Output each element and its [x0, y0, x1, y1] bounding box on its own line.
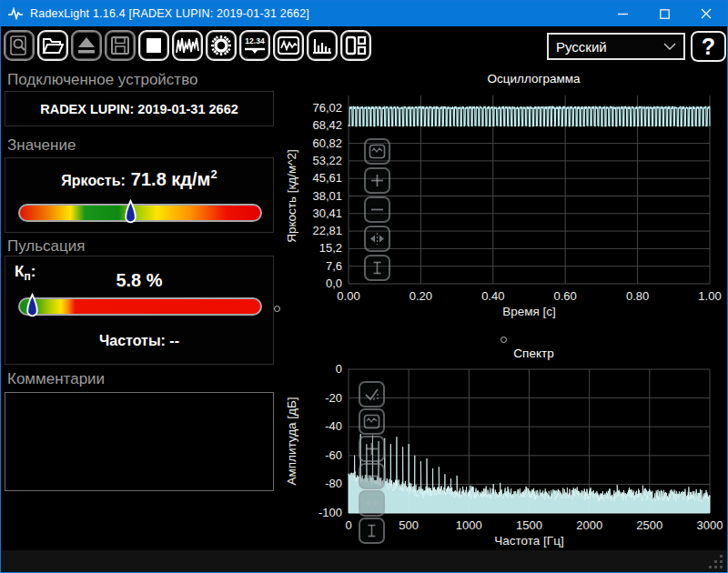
- osc-zoom-out-button[interactable]: [364, 196, 390, 223]
- app-logo-icon: [8, 7, 23, 20]
- osc-fit-horizontal-button[interactable]: [364, 226, 390, 252]
- svg-text:1000: 1000: [456, 518, 482, 532]
- luminance-value: 71.8: [131, 169, 167, 189]
- language-select[interactable]: Русский: [547, 33, 685, 60]
- spec-zoom-in-button[interactable]: [359, 436, 385, 462]
- svg-text:12.34: 12.34: [245, 36, 265, 45]
- settings-button[interactable]: [206, 30, 237, 61]
- svg-text:30,41: 30,41: [312, 206, 342, 220]
- device-section-header: Подключенное устройство: [7, 71, 197, 89]
- minimize-icon: [618, 9, 628, 19]
- svg-text:-80: -80: [325, 477, 342, 490]
- open-button[interactable]: [37, 30, 68, 61]
- svg-text:15,2: 15,2: [319, 241, 342, 255]
- open-folder-icon: [42, 35, 64, 55]
- maximize-button[interactable]: [643, 1, 685, 26]
- luminance-unit-exponent: 2: [210, 167, 217, 181]
- osc-fit-view-button[interactable]: [364, 138, 390, 165]
- zoom-out-icon: [369, 202, 385, 217]
- magnifier-document-icon: [9, 35, 29, 56]
- language-value: Русский: [556, 39, 607, 55]
- eject-button[interactable]: [71, 30, 102, 61]
- window-title: RadexLight 1.16.4 [RADEX LUPIN: 2019-01-…: [30, 7, 309, 20]
- close-icon: [701, 8, 712, 19]
- measure-button[interactable]: [172, 30, 203, 61]
- comments-input[interactable]: [5, 393, 273, 490]
- frequencies-value: --: [169, 333, 179, 348]
- svg-text:38,01: 38,01: [312, 189, 342, 203]
- luminance-label: Яркость:: [61, 173, 126, 189]
- frequencies-readout: Частоты: --: [5, 333, 273, 349]
- splitter-handle-center[interactable]: [500, 337, 507, 343]
- fit-view-icon: [369, 144, 386, 159]
- stop-square-icon: [144, 35, 164, 55]
- save-button[interactable]: [105, 30, 136, 61]
- osc-cursor-button[interactable]: [364, 255, 390, 281]
- svg-text:Яркость [кд/м^2]: Яркость [кд/м^2]: [285, 149, 298, 243]
- svg-text:2500: 2500: [636, 518, 662, 532]
- close-button[interactable]: [685, 1, 727, 26]
- titlebar[interactable]: RadexLight 1.16.4 [RADEX LUPIN: 2019-01-…: [1, 1, 727, 26]
- chevron-down-icon: [663, 43, 676, 50]
- gear-icon: [210, 35, 232, 56]
- checkmark-icon: [363, 387, 380, 402]
- search-button[interactable]: [4, 30, 35, 61]
- svg-text:-40: -40: [325, 419, 342, 433]
- resize-grip[interactable]: [708, 554, 724, 570]
- spectrum-view-button[interactable]: [307, 30, 338, 61]
- help-button[interactable]: ?: [691, 31, 726, 62]
- spec-cursor-button[interactable]: [359, 518, 385, 544]
- layout-panels-icon: [344, 35, 368, 56]
- stop-button[interactable]: [138, 30, 169, 61]
- minimize-button[interactable]: [602, 1, 643, 26]
- status-bar: [1, 550, 727, 573]
- osc-zoom-in-button[interactable]: [364, 167, 390, 194]
- maximize-icon: [660, 9, 670, 19]
- value-section-header: Значение: [7, 136, 76, 155]
- svg-text:45,61: 45,61: [312, 171, 342, 185]
- spectrum-chart[interactable]: 0-20-40-60-80-10005001000150020002500300…: [283, 345, 727, 550]
- eject-icon: [76, 35, 96, 55]
- spec-fit-view-button[interactable]: [359, 408, 385, 435]
- luminance-unit: кд/м: [171, 169, 210, 189]
- svg-text:0,0: 0,0: [326, 276, 342, 290]
- svg-text:60,82: 60,82: [312, 136, 342, 150]
- layout-button[interactable]: [340, 30, 371, 61]
- oscillogram-chart[interactable]: 76,0268,4260,8253,2245,6138,0130,4122,81…: [283, 70, 727, 343]
- numeric-readout-icon: 12.34: [243, 35, 267, 56]
- spec-zoom-out-button[interactable]: [359, 463, 385, 489]
- zoom-out-icon: [364, 468, 379, 484]
- svg-text:0.20: 0.20: [410, 289, 432, 303]
- svg-text:0.60: 0.60: [554, 289, 577, 303]
- oscillogram-view-button[interactable]: [273, 30, 304, 61]
- pulsation-panel: Кп: 5.8 % Частоты: --: [5, 256, 274, 365]
- comments-section-header: Комментарии: [7, 370, 105, 388]
- svg-text:500: 500: [399, 518, 419, 532]
- oscillogram-chart-icon: [277, 35, 300, 56]
- svg-text:Осциллограмма: Осциллограмма: [488, 72, 581, 85]
- numeric-display-button[interactable]: 12.34: [239, 30, 270, 61]
- app-window: RadexLight 1.16.4 [RADEX LUPIN: 2019-01-…: [0, 0, 728, 573]
- svg-text:Спектр: Спектр: [513, 347, 553, 360]
- fit-view-icon: [363, 414, 380, 429]
- svg-text:1.00: 1.00: [698, 289, 721, 303]
- fit-horizontal-icon: [363, 496, 380, 511]
- device-name-box: RADEX LUPIN: 2019-01-31 2662: [5, 91, 274, 126]
- spec-fit-horizontal-button[interactable]: [359, 490, 385, 517]
- luminance-scale-bar: [18, 204, 262, 222]
- device-name: RADEX LUPIN: 2019-01-31 2662: [40, 102, 238, 116]
- pulsation-indicator-icon: [26, 293, 38, 320]
- svg-text:22,81: 22,81: [312, 224, 342, 237]
- cursor-ibeam-icon: [369, 260, 385, 276]
- svg-text:68,42: 68,42: [312, 118, 342, 132]
- svg-text:0.00: 0.00: [337, 289, 359, 303]
- floppy-disk-icon: [110, 35, 130, 55]
- spec-select-button[interactable]: [359, 381, 385, 407]
- svg-text:7,6: 7,6: [326, 259, 342, 273]
- fit-horizontal-icon: [369, 231, 386, 246]
- waveform-icon: [176, 35, 199, 56]
- svg-text:0: 0: [345, 518, 351, 532]
- zoom-in-icon: [369, 173, 385, 188]
- luminance-readout: Яркость: 71.8 кд/м2: [5, 167, 273, 190]
- svg-text:53,22: 53,22: [312, 154, 342, 167]
